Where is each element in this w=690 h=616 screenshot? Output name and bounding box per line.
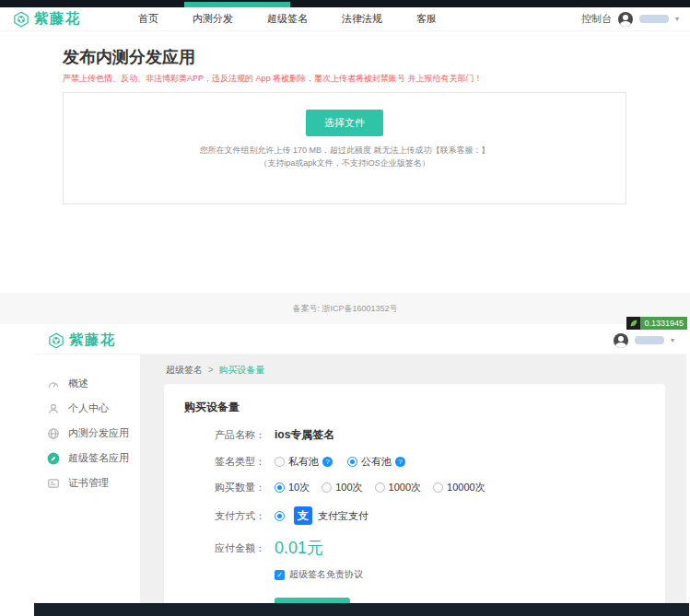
- sidebar-item-label: 证书管理: [68, 476, 109, 490]
- signature-type-label: 签名类型：: [175, 455, 265, 469]
- console-link[interactable]: 控制台: [581, 12, 612, 26]
- radio-private-pool[interactable]: 私有池 ?: [275, 455, 333, 469]
- page-title: 发布内测分发应用: [63, 46, 690, 68]
- wisteria-logo-icon: [48, 332, 64, 349]
- card-title: 购买设备量: [184, 400, 665, 415]
- nav-item-super-signature[interactable]: 超级签名: [267, 12, 308, 26]
- info-icon[interactable]: ?: [395, 457, 405, 467]
- radio-qty-1000[interactable]: 1000次: [375, 481, 421, 494]
- amount-row: 应付金额： 0.01元: [175, 537, 665, 559]
- product-name-value: ios专属签名: [275, 427, 334, 443]
- breadcrumb-parent[interactable]: 超级签名: [166, 365, 203, 375]
- radio-label: 公有池: [361, 455, 392, 469]
- radio-icon[interactable]: [322, 482, 332, 493]
- signature-type-row: 签名类型： 私有池 ? 公有池 ?: [175, 455, 665, 469]
- page2-body: 概述 个人中心 内测分发应用: [34, 354, 686, 603]
- upload-hint-line2: （支持ipa或apk文件，不支持iOS企业版签名）: [64, 157, 626, 170]
- agreement-label[interactable]: 超级签名免责协议: [289, 568, 363, 581]
- radio-qty-10[interactable]: 10次: [275, 481, 310, 494]
- agreement-checkbox[interactable]: ✓: [275, 570, 285, 580]
- product-name-row: 产品名称： ios专属签名: [175, 427, 665, 443]
- product-name-label: 产品名称：: [175, 428, 265, 442]
- radio-icon[interactable]: [275, 482, 285, 493]
- main-nav: 首页 内测分发 超级签名 法律法规 客服: [138, 12, 437, 26]
- username-redacted[interactable]: [639, 15, 669, 23]
- performance-badge-value: 0.1331945: [640, 317, 687, 330]
- payment-method-label: 支付方式：: [175, 509, 265, 523]
- amount-value: 0.01元: [275, 537, 323, 559]
- user-icon: [47, 402, 60, 415]
- performance-badge: 0.1331945: [626, 317, 687, 330]
- sidebar-item-label: 个人中心: [68, 401, 109, 415]
- sidebar-item-beta-distribution-app[interactable]: 内测分发应用: [34, 421, 140, 446]
- brand-logo[interactable]: 紫藤花: [13, 10, 81, 28]
- radio-label: 1000次: [389, 481, 421, 494]
- sidebar: 概述 个人中心 内测分发应用: [34, 354, 140, 603]
- payment-method-row: 支付方式： 支 支付宝支付: [175, 506, 665, 525]
- purchase-card: 购买设备量 产品名称： ios专属签名 签名类型： 私有池 ?: [164, 384, 665, 605]
- sidebar-item-certificate-management[interactable]: 证书管理: [34, 471, 140, 495]
- radio-label: 私有池: [288, 455, 319, 469]
- radio-icon[interactable]: [347, 457, 357, 467]
- upload-dropzone[interactable]: 选择文件 您所在文件组别允许上传 170 MB，超过此额度 就无法上传成功【联系…: [63, 92, 626, 204]
- page1-main: 发布内测分发应用 严禁上传色情、反动、非法博彩类APP，违反法规的 App 将被…: [0, 31, 690, 204]
- certificate-icon: [47, 477, 60, 490]
- breadcrumb-current: 购买设备量: [218, 365, 264, 375]
- radio-qty-10000[interactable]: 10000次: [433, 481, 485, 494]
- nav-item-beta-distribution[interactable]: 内测分发: [193, 12, 233, 26]
- header-user-area: 控制台 ▾: [581, 12, 679, 27]
- chevron-down-icon[interactable]: ▾: [675, 15, 679, 23]
- nav-item-legal[interactable]: 法律法规: [342, 12, 382, 26]
- upload-warning-text: 严禁上传色情、反动、非法博彩类APP，违反法规的 App 将被删除，屡次上传者将…: [63, 73, 690, 85]
- payment-method-name: 支付宝支付: [318, 509, 368, 523]
- sidebar-item-label: 概述: [68, 377, 88, 390]
- chevron-down-icon[interactable]: ▾: [671, 336, 674, 344]
- user-avatar-icon[interactable]: [614, 333, 628, 348]
- username-redacted[interactable]: [635, 336, 664, 344]
- user-avatar-icon[interactable]: [618, 12, 633, 27]
- brand-name: 紫藤花: [34, 10, 81, 28]
- sidebar-item-label: 超级签名应用: [68, 451, 129, 465]
- radio-qty-100[interactable]: 100次: [322, 481, 362, 494]
- radio-label: 100次: [335, 481, 362, 494]
- page2-header: 紫藤花 ▾: [34, 327, 686, 354]
- radio-alipay[interactable]: [275, 511, 285, 521]
- amount-label: 应付金额：: [175, 541, 265, 555]
- gauge-icon: [47, 378, 60, 390]
- leaf-icon: [626, 317, 640, 330]
- breadcrumb-separator: >: [208, 365, 214, 375]
- browser-top-strip: [0, 0, 690, 7]
- header2-user-area: ▾: [614, 333, 674, 348]
- radio-public-pool[interactable]: 公有池 ?: [347, 455, 405, 469]
- nav-item-support[interactable]: 客服: [416, 12, 437, 26]
- radio-icon[interactable]: [375, 482, 385, 493]
- globe-icon: [47, 427, 60, 440]
- choose-file-button[interactable]: 选择文件: [306, 110, 383, 136]
- page2-footer-bar: [34, 603, 689, 616]
- sidebar-item-label: 内测分发应用: [68, 426, 129, 440]
- radio-icon[interactable]: [433, 482, 443, 493]
- page2-content: 超级签名 > 购买设备量 购买设备量 产品名称： ios专属签名 签名类型： 私…: [140, 354, 686, 603]
- quantity-label: 购买数量：: [175, 481, 265, 494]
- icp-record-text[interactable]: 备案号: 浙ICP备16001352号: [292, 303, 397, 315]
- upload-hint-line1: 您所在文件组别允许上传 170 MB，超过此额度 就无法上传成功【联系客服：】: [64, 145, 626, 157]
- wisteria-logo-icon: [13, 11, 29, 28]
- agreement-row: ✓ 超级签名免责协议: [275, 568, 665, 581]
- brand-logo-2[interactable]: 紫藤花: [48, 331, 116, 349]
- page1-footer: 备案号: 浙ICP备16001352号: [0, 293, 690, 324]
- radio-label: 10000次: [447, 481, 485, 494]
- radio-icon[interactable]: [275, 457, 285, 467]
- signature-pencil-icon: [47, 452, 60, 465]
- page1-header: 紫藤花 首页 内测分发 超级签名 法律法规 客服 控制台 ▾: [0, 7, 690, 31]
- sidebar-item-overview[interactable]: 概述: [34, 371, 140, 396]
- radio-label: 10次: [288, 481, 310, 494]
- breadcrumb: 超级签名 > 购买设备量: [166, 364, 673, 377]
- info-icon[interactable]: ?: [322, 457, 333, 467]
- page2: 紫藤花 ▾ 概述 个人中心: [0, 324, 690, 616]
- quantity-row: 购买数量： 10次 100次 1000次: [175, 481, 665, 494]
- alipay-icon: 支: [294, 506, 312, 525]
- brand-name: 紫藤花: [69, 331, 116, 349]
- sidebar-item-personal-center[interactable]: 个人中心: [34, 396, 140, 421]
- nav-item-home[interactable]: 首页: [138, 12, 158, 26]
- sidebar-item-super-signature-app[interactable]: 超级签名应用: [34, 446, 140, 471]
